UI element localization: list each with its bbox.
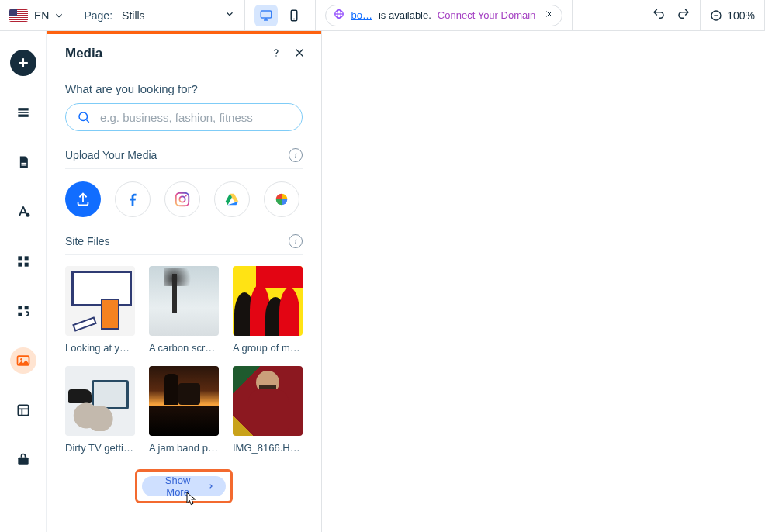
svg-rect-16 xyxy=(18,115,28,117)
search-field[interactable] xyxy=(65,103,303,131)
layout-button[interactable] xyxy=(10,397,36,423)
search-input[interactable] xyxy=(99,110,291,125)
file-thumbnail[interactable] xyxy=(149,266,219,336)
domain-name[interactable]: bo… xyxy=(351,9,372,21)
svg-point-36 xyxy=(179,196,185,202)
upload-google-drive-button[interactable] xyxy=(214,181,250,217)
file-caption: IMG_8166.HEIC xyxy=(233,442,303,454)
panel-header: Media xyxy=(47,34,321,73)
file-thumbnail[interactable] xyxy=(233,366,303,436)
file-thumbnail[interactable] xyxy=(233,266,303,336)
zoom-value: 100% xyxy=(727,9,755,22)
upload-device-button[interactable] xyxy=(65,181,101,217)
file-caption: A jam band pl… xyxy=(149,442,219,454)
left-toolbar xyxy=(0,31,47,532)
file-thumbnail[interactable] xyxy=(149,366,219,436)
page-label: Page: xyxy=(84,9,112,22)
file-item[interactable]: Dirty TV getti… xyxy=(65,366,135,454)
chevron-down-icon xyxy=(54,10,64,21)
apps-button[interactable] xyxy=(10,248,36,275)
zoom-control[interactable]: 100% xyxy=(701,0,765,30)
svg-point-37 xyxy=(185,195,186,196)
file-item[interactable]: A group of m… xyxy=(233,266,303,354)
widgets-button[interactable] xyxy=(10,298,36,324)
svg-rect-21 xyxy=(24,256,28,260)
media-panel: Media What are you looking for? Upload Y… xyxy=(47,31,322,532)
show-more-button[interactable]: Show More xyxy=(142,476,226,496)
svg-rect-15 xyxy=(18,112,28,113)
site-files-title: Site Files xyxy=(65,235,110,247)
file-caption: Dirty TV getti… xyxy=(65,442,135,454)
svg-rect-26 xyxy=(18,405,28,415)
file-caption: Looking at yo… xyxy=(65,342,135,354)
file-item[interactable]: Looking at yo… xyxy=(65,266,135,354)
files-grid: Looking at yo… A carbon scru… A group of… xyxy=(65,255,303,454)
connect-domain-link[interactable]: Connect Your Domain xyxy=(438,9,535,21)
upload-instagram-button[interactable] xyxy=(164,181,200,217)
info-icon[interactable]: i xyxy=(289,148,303,162)
svg-line-34 xyxy=(86,119,88,122)
language-code: EN xyxy=(34,9,49,22)
svg-rect-29 xyxy=(18,458,28,465)
file-thumbnail[interactable] xyxy=(65,366,135,436)
page-selector[interactable]: Page: Stills xyxy=(74,0,245,30)
domain-available-text: is available. xyxy=(379,9,431,21)
svg-point-33 xyxy=(79,112,88,121)
search-prompt: What are you looking for? xyxy=(65,82,303,95)
svg-rect-22 xyxy=(18,263,22,267)
show-more-highlight: Show More xyxy=(135,469,233,503)
business-button[interactable] xyxy=(10,447,36,473)
site-files-section: Site Files i Looking at yo… A carbon scr… xyxy=(65,234,303,503)
globe-icon xyxy=(334,9,344,22)
svg-rect-35 xyxy=(176,193,189,206)
pages-button[interactable] xyxy=(10,149,36,175)
editor-canvas[interactable] xyxy=(322,31,765,532)
history-controls xyxy=(642,0,701,30)
undo-button[interactable] xyxy=(652,7,666,23)
upload-facebook-button[interactable] xyxy=(115,181,151,217)
close-panel-button[interactable] xyxy=(293,47,306,61)
device-switch xyxy=(245,0,316,30)
search-icon xyxy=(77,110,91,124)
language-switcher[interactable]: EN xyxy=(0,0,74,30)
svg-point-19 xyxy=(26,213,29,217)
theme-button[interactable] xyxy=(10,199,36,225)
panel-title: Media xyxy=(65,46,259,61)
topbar-spacer xyxy=(573,0,642,30)
media-button[interactable] xyxy=(10,347,36,374)
upload-title: Upload Your Media xyxy=(65,149,157,161)
chevron-right-icon xyxy=(207,482,215,490)
close-icon[interactable] xyxy=(545,9,554,21)
top-bar: EN Page: Stills bo… is available. Connec… xyxy=(0,0,765,31)
upload-google-photos-button[interactable] xyxy=(264,181,299,217)
mobile-device-button[interactable] xyxy=(282,5,306,26)
chevron-down-icon xyxy=(224,9,235,22)
zoom-out-icon xyxy=(710,9,722,22)
upload-section: Upload Your Media i xyxy=(65,148,303,220)
sections-button[interactable] xyxy=(10,99,36,126)
us-flag-icon xyxy=(9,9,28,22)
help-button[interactable] xyxy=(270,47,282,61)
svg-rect-20 xyxy=(18,256,22,260)
svg-point-30 xyxy=(275,55,276,56)
redo-button[interactable] xyxy=(677,7,691,23)
svg-rect-17 xyxy=(21,163,26,164)
page-name: Stills xyxy=(122,9,145,22)
cursor-icon xyxy=(185,492,198,507)
file-caption: A carbon scru… xyxy=(149,342,219,354)
add-element-button[interactable] xyxy=(10,50,36,76)
svg-point-25 xyxy=(20,358,22,361)
file-caption: A group of m… xyxy=(233,342,303,354)
panel-body[interactable]: What are you looking for? Upload Your Me… xyxy=(47,73,321,532)
svg-rect-23 xyxy=(24,263,28,267)
file-item[interactable]: A carbon scru… xyxy=(149,266,219,354)
svg-rect-18 xyxy=(21,164,26,165)
file-item[interactable]: A jam band pl… xyxy=(149,366,219,454)
desktop-device-button[interactable] xyxy=(254,5,278,26)
svg-rect-14 xyxy=(18,108,28,110)
svg-rect-0 xyxy=(261,11,272,18)
domain-banner: bo… is available. Connect Your Domain xyxy=(316,0,573,30)
file-thumbnail[interactable] xyxy=(65,266,135,336)
info-icon[interactable]: i xyxy=(289,234,303,248)
file-item[interactable]: IMG_8166.HEIC xyxy=(233,366,303,454)
